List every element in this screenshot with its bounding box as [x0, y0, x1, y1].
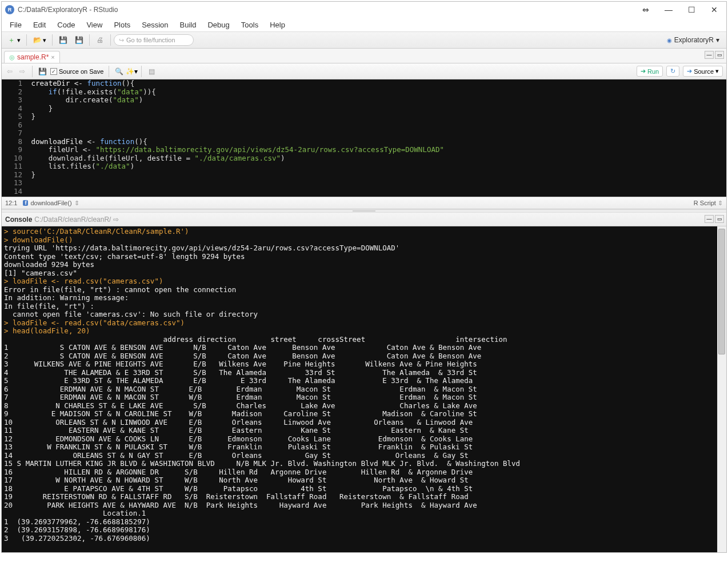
open-file-button[interactable]: 📂▾: [30, 34, 49, 46]
wand-icon[interactable]: ✨▾: [127, 67, 136, 76]
menu-plots[interactable]: Plots: [109, 19, 135, 30]
menu-debug[interactable]: Debug: [203, 19, 234, 30]
menu-session[interactable]: Session: [137, 19, 173, 30]
script-mode[interactable]: R Script ⇕: [694, 200, 723, 207]
save-icon[interactable]: 💾: [38, 67, 47, 76]
goto-file-input[interactable]: ↪Go to file/function: [114, 34, 194, 46]
function-nav[interactable]: f downloadFile() ⇕: [23, 200, 79, 207]
console-label: Console: [5, 216, 32, 224]
new-file-button[interactable]: ＋▾: [4, 34, 23, 46]
forward-icon[interactable]: ⇨: [18, 67, 27, 76]
code-editor[interactable]: 1 createDir <- function(){2 if(!file.exi…: [2, 79, 726, 197]
editor-status-bar: 12:1 f downloadFile() ⇕ R Script ⇕: [2, 197, 726, 209]
menu-code[interactable]: Code: [53, 19, 79, 30]
save-all-button[interactable]: 💾: [71, 34, 86, 46]
console-path: C:/DataR/cleanR/cleanR/: [34, 216, 111, 224]
app-icon: R: [5, 5, 14, 14]
resize-icon[interactable]: ⇔: [637, 5, 654, 14]
notebook-icon[interactable]: ▤: [147, 67, 156, 76]
back-icon[interactable]: ⇦: [5, 67, 14, 76]
console-minimize-icon[interactable]: —: [705, 215, 714, 223]
menu-help[interactable]: Help: [265, 19, 290, 30]
menu-build[interactable]: Build: [175, 19, 201, 30]
minimize-button[interactable]: —: [660, 5, 677, 14]
editor-toolbar: ⇦ ⇨ 💾 ✓Source on Save 🔍 ✨▾ ▤ ➔Run ↻ ➔Sou…: [2, 63, 726, 79]
console-maximize-icon[interactable]: ▭: [715, 215, 724, 223]
find-icon[interactable]: 🔍: [114, 67, 123, 76]
pane-minimize-icon[interactable]: —: [705, 51, 714, 59]
source-on-save-checkbox[interactable]: ✓Source on Save: [50, 68, 103, 75]
rerun-button[interactable]: ↻: [666, 66, 679, 77]
source-button[interactable]: ➔Source ▾: [683, 66, 723, 77]
tab-label: sample.R*: [17, 53, 49, 61]
menu-view[interactable]: View: [82, 19, 107, 30]
menu-file[interactable]: File: [5, 19, 26, 30]
scrollbar-track[interactable]: [717, 226, 726, 552]
run-button[interactable]: ➔Run: [637, 66, 663, 77]
scrollbar-thumb[interactable]: [718, 229, 725, 354]
console-path-arrow-icon[interactable]: ⇨: [113, 216, 119, 224]
save-button[interactable]: 💾: [55, 34, 70, 46]
menu-bar: FileEditCodeViewPlotsSessionBuildDebugTo…: [2, 18, 726, 31]
window-title: C:/DataR/ExploratoryR - RStudio: [18, 6, 637, 14]
tab-sample[interactable]: ◎ sample.R* ×: [4, 51, 60, 63]
console[interactable]: > source('C:/DataR/CleanR/CleanR/sample.…: [2, 226, 726, 552]
r-file-icon: ◎: [9, 54, 15, 61]
menu-edit[interactable]: Edit: [29, 19, 50, 30]
cursor-position: 12:1: [5, 200, 17, 206]
close-icon[interactable]: ×: [51, 54, 54, 61]
console-header: Console C:/DataR/cleanR/cleanR/ ⇨ — ▭: [2, 213, 726, 226]
project-dropdown[interactable]: ◉ExploratoryR ▾: [662, 35, 724, 45]
menu-tools[interactable]: Tools: [237, 19, 263, 30]
print-button[interactable]: 🖨: [93, 34, 107, 46]
pane-maximize-icon[interactable]: ▭: [715, 51, 724, 59]
close-button[interactable]: ✕: [706, 5, 723, 14]
editor-tabs: ◎ sample.R* × — ▭: [2, 49, 726, 63]
title-bar: R C:/DataR/ExploratoryR - RStudio ⇔ — ☐ …: [2, 2, 726, 18]
maximize-button[interactable]: ☐: [683, 5, 700, 14]
main-toolbar: ＋▾ 📂▾ 💾 💾 🖨 ↪Go to file/function ◉Explor…: [2, 31, 726, 49]
